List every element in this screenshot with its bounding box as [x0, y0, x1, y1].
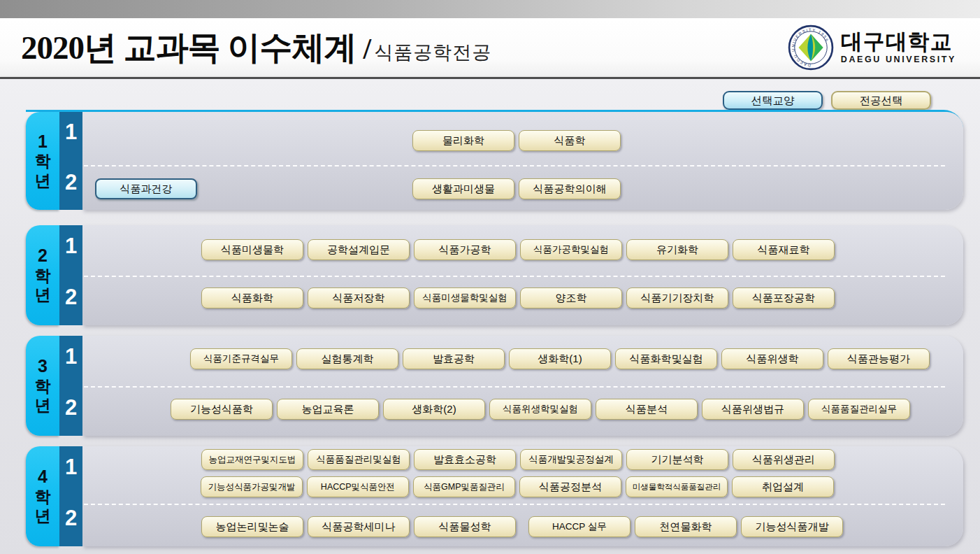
semester-1-number: 1 [59, 234, 82, 259]
year-1-panel: 물리화학식품학식품과건강생활과미생물식품공학의이해 [82, 112, 963, 210]
course-button[interactable]: 식품위생학및실험 [489, 399, 591, 420]
year-tab-char: 3 [38, 357, 48, 376]
semester-2-number: 2 [59, 395, 82, 420]
legend-major-elective-button[interactable]: 전공선택 [831, 91, 931, 110]
course-button[interactable]: 식품위생법규 [702, 399, 804, 420]
course-row: 식품기준규격실무실험통계학발효공학생화학(1)식품화학및실험식품위생학식품관능평… [190, 348, 930, 369]
year-4-panel: 농업교재연구및지도법식품품질관리및실험발효효소공학식품개발및공정설계기기분석학식… [82, 446, 963, 546]
course-button[interactable]: 농업교육론 [277, 399, 379, 420]
course-button[interactable]: 식품관능평가 [828, 348, 930, 369]
course-button[interactable]: 식품품질관리실무 [808, 399, 910, 420]
course-row: 기능성식품가공및개발HACCP및식품안전식품GMP및품질관리식품공정분석미생물학… [201, 476, 834, 497]
course-button[interactable]: 유기화학 [626, 239, 728, 260]
course-button[interactable]: 식품포장공학 [733, 287, 835, 308]
course-row: 농업논리및논술식품공학세미나식품물성학HACCP 실무천연물화학기능성식품개발 [201, 516, 843, 537]
course-button[interactable]: 농업교재연구및지도법 [201, 449, 303, 470]
year-4-tab: 4학년 [26, 446, 59, 546]
course-button[interactable]: 식품분석 [596, 399, 698, 420]
page-title: 2020년 교과목 이수체계/식품공학전공 [21, 26, 491, 70]
course-button[interactable]: 식품미생물학 [201, 239, 303, 260]
year-3-panel: 식품기준규격실무실험통계학발효공학생화학(1)식품화학및실험식품위생학식품관능평… [82, 336, 963, 436]
year-tab-char: 1 [38, 132, 48, 152]
university-seal-icon: DAEGU UNIVERSITY 1956 [788, 24, 834, 71]
year-tab-char: 2 [38, 246, 48, 266]
year-tab-char: 4 [38, 467, 48, 487]
title-slash: / [363, 33, 372, 65]
course-button[interactable]: 식품가공학및실험 [520, 239, 622, 260]
course-button[interactable]: 생화학(2) [383, 399, 485, 420]
course-button[interactable]: 식품저장학 [308, 287, 410, 308]
course-button[interactable]: 식품위생관리 [733, 449, 835, 470]
course-button[interactable]: 물리화학 [412, 130, 514, 151]
course-button[interactable]: 공학설계입문 [308, 239, 410, 260]
course-button[interactable]: 기능성식품가공및개발 [201, 476, 303, 497]
year-tab-char: 년 [35, 285, 51, 304]
year-tab-char: 학 [35, 152, 51, 170]
year-tab-char: 학 [35, 488, 51, 506]
semester-2-number: 2 [59, 506, 82, 531]
year-3-tab: 3학년 [26, 336, 59, 436]
course-button[interactable]: 식품가공학 [414, 239, 516, 260]
course-button[interactable]: 농업논리및논술 [201, 516, 303, 537]
year-tab-char: 년 [35, 396, 51, 414]
course-button[interactable]: 식품기기장치학 [626, 287, 728, 308]
course-button[interactable]: 기능성식품개발 [741, 516, 843, 537]
course-row: 기능성식품학농업교육론생화학(2)식품위생학및실험식품분석식품위생법규식품품질관… [171, 399, 910, 420]
course-button[interactable]: 식품공학의이해 [519, 178, 621, 199]
slide: 2020년 교과목 이수체계/식품공학전공 DAEGU UNIVERSITY 1… [0, 0, 980, 554]
course-row: 식품미생물학공학설계입문식품가공학식품가공학및실험유기화학식품재료학 [201, 239, 835, 260]
course-button[interactable]: 미생물학적식품품질관리 [626, 476, 728, 497]
legend-elective-general-button[interactable]: 선택교양 [723, 91, 823, 110]
course-button[interactable]: 식품공정분석 [519, 476, 621, 497]
course-button[interactable]: 식품물성학 [414, 516, 516, 537]
course-button[interactable]: 식품학 [519, 130, 621, 151]
course-button[interactable]: 식품개발및공정설계 [520, 449, 622, 470]
course-button[interactable]: 식품과건강 [95, 178, 197, 199]
course-button[interactable]: 천연물화학 [635, 516, 737, 537]
course-button[interactable]: 식품공학세미나 [308, 516, 410, 537]
course-button[interactable]: 식품재료학 [733, 239, 835, 260]
course-button[interactable]: 식품위생학 [721, 348, 823, 369]
semester-column: 12 [59, 336, 82, 436]
semester-1-number: 1 [59, 120, 82, 145]
logo-english-name: DAEGU UNIVERSITY [841, 55, 956, 64]
semester-column: 12 [59, 225, 82, 325]
course-button[interactable]: 식품품질관리및실험 [308, 449, 410, 470]
year-2-section: 2학년12식품미생물학공학설계입문식품가공학식품가공학및실험유기화학식품재료학식… [26, 225, 963, 325]
semester-divider [84, 276, 945, 277]
year-2-panel: 식품미생물학공학설계입문식품가공학식품가공학및실험유기화학식품재료학식품화학식품… [82, 225, 963, 325]
year-1-tab: 1학년 [26, 112, 59, 210]
semester-divider [84, 165, 945, 166]
course-button[interactable]: 식품기준규격실무 [190, 348, 292, 369]
year-tab-char: 학 [35, 267, 51, 285]
course-button[interactable]: HACCP 실무 [528, 516, 630, 537]
course-button[interactable]: 식품미생물학및실험 [414, 287, 516, 308]
course-button[interactable]: 식품화학및실험 [615, 348, 717, 369]
course-button[interactable]: HACCP및식품안전 [307, 476, 409, 497]
course-button[interactable]: 발효공학 [403, 348, 505, 369]
top-bar [0, 0, 980, 18]
header: 2020년 교과목 이수체계/식품공학전공 DAEGU UNIVERSITY 1… [0, 18, 980, 77]
course-button[interactable]: 실험통계학 [296, 348, 398, 369]
course-button[interactable]: 식품화학 [201, 287, 303, 308]
university-logo: DAEGU UNIVERSITY 1956 대구대학교 DAEGU UNIVER… [788, 24, 956, 71]
course-button[interactable]: 발효효소공학 [414, 449, 516, 470]
course-button[interactable]: 기능성식품학 [171, 399, 273, 420]
course-button[interactable]: 취업설계 [732, 476, 834, 497]
course-button[interactable]: 생활과미생물 [412, 178, 514, 199]
logo-korean-name: 대구대학교 [841, 31, 956, 54]
year-tab-char: 년 [35, 506, 51, 525]
course-button[interactable]: 식품GMP및품질관리 [413, 476, 515, 497]
course-button[interactable]: 양조학 [520, 287, 622, 308]
logo-wordmark: 대구대학교 DAEGU UNIVERSITY [841, 31, 956, 65]
semester-column: 12 [59, 446, 82, 546]
course-button[interactable]: 기기분석학 [626, 449, 728, 470]
semester-2-number: 2 [59, 170, 82, 195]
year-2-tab: 2학년 [26, 225, 59, 325]
course-row: 물리화학식품학 [412, 130, 621, 151]
semester-divider [84, 504, 945, 505]
course-button[interactable]: 생화학(1) [509, 348, 611, 369]
semester-divider [84, 386, 945, 388]
semester-1-number: 1 [59, 455, 82, 480]
course-row: 농업교재연구및지도법식품품질관리및실험발효효소공학식품개발및공정설계기기분석학식… [201, 449, 835, 470]
